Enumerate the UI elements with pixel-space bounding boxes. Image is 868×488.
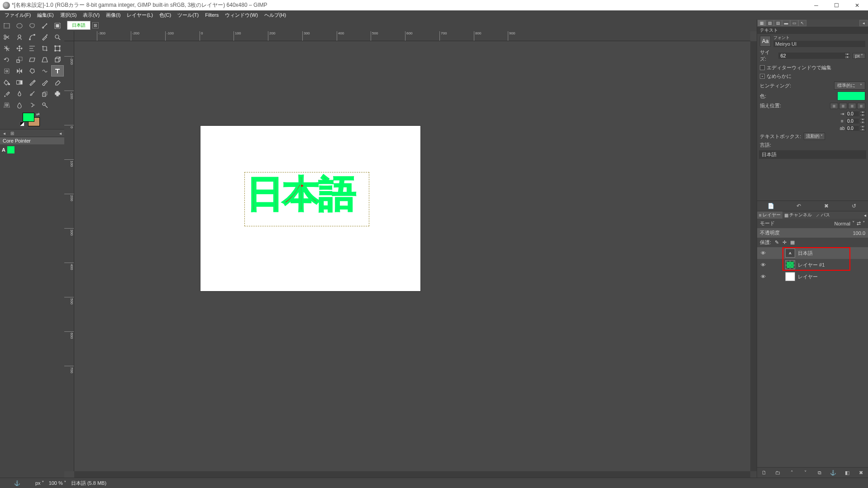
- tool-gradient[interactable]: [13, 77, 26, 88]
- dock-tab-history[interactable]: ▭: [790, 20, 798, 26]
- blend-mode-select[interactable]: Normal: [835, 221, 850, 226]
- menu-filters[interactable]: Filters: [202, 11, 221, 19]
- tool-scale[interactable]: [13, 54, 26, 65]
- layer-visibility-icon[interactable]: 👁: [759, 273, 767, 281]
- canvas-area[interactable]: 日本語: [74, 41, 750, 471]
- tool-3d-transform[interactable]: [51, 54, 64, 65]
- tool-options-save-button[interactable]: 📄: [757, 201, 785, 211]
- line-spacing-spinner[interactable]: ▴▾: [860, 118, 865, 124]
- canvas[interactable]: 日本語: [200, 126, 420, 291]
- blend-mode-switch-icon[interactable]: ⇄: [857, 220, 861, 226]
- document-tab[interactable]: 日本語: [67, 21, 91, 30]
- merge-down-button[interactable]: ⚓: [826, 468, 840, 478]
- tool-align[interactable]: [26, 43, 38, 54]
- tool-smudge[interactable]: [26, 99, 38, 110]
- tool-airbrush[interactable]: [0, 88, 13, 99]
- tool-rect-select[interactable]: [0, 20, 13, 31]
- tool-foreground-select[interactable]: [13, 31, 26, 43]
- tool-text[interactable]: [51, 65, 64, 77]
- layer-down-button[interactable]: ˅: [799, 468, 813, 478]
- dock-tab-pointer[interactable]: ↖: [798, 20, 806, 26]
- menu-window[interactable]: ウィンドウ(W): [222, 11, 261, 19]
- font-icon[interactable]: Aa: [760, 36, 771, 47]
- menu-select[interactable]: 選択(S): [57, 11, 80, 19]
- blend-mode-chevron-icon[interactable]: ˅: [852, 220, 855, 226]
- layer-name-0[interactable]: 日本語: [798, 250, 813, 257]
- letter-spacing-input[interactable]: [846, 126, 859, 131]
- tool-blur[interactable]: [13, 99, 26, 110]
- textbox-select[interactable]: 流動的˅: [804, 133, 825, 140]
- ruler-corner[interactable]: [64, 31, 74, 41]
- menu-view[interactable]: 表示(V): [80, 11, 102, 19]
- tool-warp[interactable]: [38, 65, 51, 77]
- layer-row-1[interactable]: 👁 レイヤー #1: [757, 259, 868, 271]
- tool-move[interactable]: [13, 43, 26, 54]
- use-editor-checkbox[interactable]: [760, 65, 765, 70]
- tool-color-picker[interactable]: [38, 31, 51, 43]
- opacity-value[interactable]: 100.0: [853, 230, 865, 236]
- dock-tab-brushes[interactable]: ▨: [766, 20, 774, 26]
- tab-channels[interactable]: ▦チャンネル: [782, 211, 814, 219]
- tool-options-restore-button[interactable]: ↶: [785, 201, 812, 211]
- size-spinner[interactable]: ▴▾: [844, 53, 850, 59]
- menu-help[interactable]: ヘルプ(H): [262, 11, 289, 19]
- hinting-select[interactable]: 標準的に˅: [834, 81, 865, 90]
- new-group-button[interactable]: 🗀: [771, 468, 785, 478]
- font-name-field[interactable]: Meiryo UI: [773, 41, 865, 47]
- line-spacing-input[interactable]: [846, 119, 859, 124]
- duplicate-layer-button[interactable]: ⧉: [813, 468, 827, 478]
- document-tab-close[interactable]: ⊠: [92, 22, 99, 29]
- menu-edit[interactable]: 編集(E): [34, 11, 57, 19]
- reset-colors-icon[interactable]: [20, 122, 24, 126]
- tool-zoom[interactable]: [51, 31, 64, 43]
- lock-pixels-icon[interactable]: ✎: [775, 239, 779, 245]
- layer-up-button[interactable]: ˄: [785, 468, 799, 478]
- menu-tools[interactable]: ツール(T): [175, 11, 201, 19]
- size-input[interactable]: [778, 53, 844, 59]
- language-input[interactable]: 日本語: [759, 150, 866, 159]
- tool-paintbrush[interactable]: [38, 77, 51, 88]
- layer-row-2[interactable]: 👁 レイヤー: [757, 271, 868, 282]
- tool-clone[interactable]: [38, 88, 51, 99]
- menu-layer[interactable]: レイヤー(L): [124, 11, 155, 19]
- layer-thumb-alpha[interactable]: [785, 260, 795, 269]
- tool-scissors[interactable]: [0, 31, 13, 43]
- tool-unified-transform[interactable]: [51, 43, 64, 54]
- tool-dodge[interactable]: [38, 99, 51, 110]
- tool-heal[interactable]: [51, 88, 64, 99]
- horizontal-scrollbar[interactable]: [74, 471, 750, 478]
- tool-options-tab-icon[interactable]: ◂: [0, 129, 8, 137]
- justify-fill-button[interactable]: ≡: [857, 103, 865, 109]
- tab-layers[interactable]: ≡レイヤー: [757, 211, 782, 219]
- justify-left-button[interactable]: ≡: [830, 103, 838, 109]
- device-status-tab-icon[interactable]: ⊞: [8, 129, 16, 137]
- tool-cage[interactable]: [26, 65, 38, 77]
- dock-tab-patterns[interactable]: ▤: [774, 20, 782, 26]
- text-color-swatch[interactable]: [837, 91, 865, 100]
- layers-tab-menu-icon[interactable]: ◂: [862, 211, 868, 219]
- tool-eraser[interactable]: [51, 77, 64, 88]
- layer-row-0[interactable]: 👁 A 日本語: [757, 247, 868, 259]
- vertical-ruler[interactable]: -200 -100 0 100 200 300 400 500 600 700: [64, 41, 74, 471]
- canvas-text[interactable]: 日本語: [245, 172, 369, 212]
- menu-color[interactable]: 色(C): [157, 11, 174, 19]
- status-zoom-select[interactable]: 100 %˅: [49, 480, 67, 486]
- tool-flip[interactable]: [13, 65, 26, 77]
- indent-spinner[interactable]: ▴▾: [860, 110, 865, 117]
- dock-tab-menu-icon[interactable]: ◂: [859, 20, 868, 26]
- layer-thumb-text[interactable]: A: [785, 249, 795, 258]
- tool-options-reset-button[interactable]: ↺: [840, 201, 868, 211]
- maximize-button[interactable]: ☐: [826, 0, 847, 10]
- tool-ink[interactable]: [13, 88, 26, 99]
- foreground-color[interactable]: [23, 113, 34, 122]
- tool-options-delete-button[interactable]: ✖: [813, 201, 840, 211]
- layer-name-1[interactable]: レイヤー #1: [798, 262, 825, 268]
- status-unit-select[interactable]: px˅: [35, 480, 44, 486]
- indent-input[interactable]: [846, 111, 859, 116]
- navigation-corner-icon[interactable]: [750, 471, 757, 478]
- tool-measure[interactable]: [0, 43, 13, 54]
- tool-bucket-fill[interactable]: [0, 77, 13, 88]
- tab-menu-icon[interactable]: ◂: [56, 129, 64, 137]
- dock-tab-fonts[interactable]: ▬: [782, 20, 790, 26]
- layer-name-2[interactable]: レイヤー: [798, 273, 818, 280]
